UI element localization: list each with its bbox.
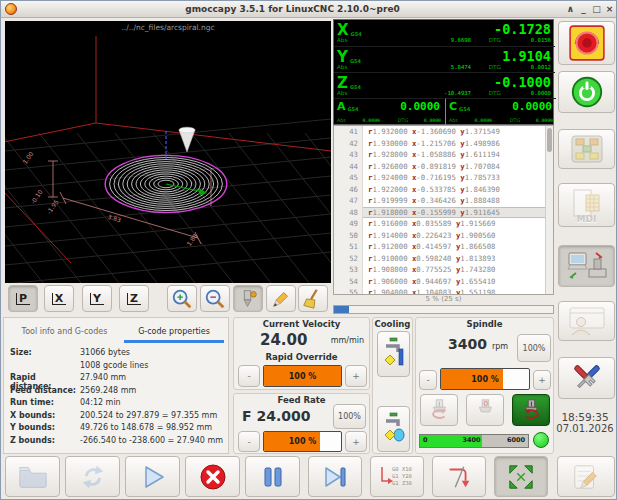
settings-button[interactable] (558, 357, 615, 399)
gcode-scrollbar[interactable] (545, 126, 553, 294)
feed-override-slider[interactable]: 100 % (263, 431, 342, 452)
zoom-out-button[interactable] (200, 285, 230, 312)
feed-plus-button[interactable]: + (345, 431, 367, 452)
fullscreen-preview-button[interactable] (494, 456, 548, 497)
clear-plot-button[interactable] (298, 285, 328, 312)
mist-coolant-button[interactable] (377, 331, 410, 377)
tab-tool-info[interactable]: Tool info and G-codes (12, 322, 117, 340)
gcode-line-52[interactable]: 52r1.910000 x0.598240 y1.813893 (334, 253, 553, 265)
dro-abs-value: 0.0000 (475, 118, 492, 123)
rfl-line2: G1 Y20 (392, 473, 412, 479)
optional-blocks-button[interactable] (432, 456, 486, 497)
velocity-title: Current Velocity (234, 319, 369, 329)
toolpath-toggle-button[interactable] (233, 285, 263, 312)
dro-abs-label: Abs (337, 64, 347, 70)
gcode-line-44[interactable]: 44r1.926000 x-0.891819 y1.707084 (334, 161, 553, 173)
dro-dtg-label: DTG (489, 37, 501, 43)
scrollbar-thumb[interactable] (547, 128, 552, 152)
gcode-view[interactable]: 41r1.932000 x-1.360690 y1.37154942r1.930… (333, 125, 554, 295)
view-y-button[interactable]: Y (82, 285, 112, 312)
spindle-rpm-value: 3400 (448, 336, 487, 352)
spindle-rpm-unit: rpm (492, 342, 508, 351)
machine-on-button[interactable] (558, 71, 615, 113)
spindle-title: Spindle (416, 319, 553, 329)
rapid-override-slider[interactable]: 100 % (263, 365, 342, 387)
spindle-stop-button[interactable]: 0 (466, 394, 504, 426)
power-icon (569, 74, 605, 110)
run-button[interactable] (125, 456, 180, 497)
edit-button[interactable] (266, 285, 296, 312)
property-value: 31066 bytes (80, 348, 130, 361)
gcode-line-47[interactable]: 47r1.919999 x-0.346426 y1.888488 (334, 195, 553, 207)
velocity-frame: Current Velocity 24.00 mm/min Rapid Over… (233, 317, 370, 390)
dro-axis-c[interactable]: CG540.0000Abs0.0000DTG0.0000 (445, 98, 556, 127)
clock-date: 07.01.2026 (554, 423, 616, 434)
gcode-line-54[interactable]: 54r1.906000 x0.944697 y1.655410 (334, 276, 553, 288)
spindle-plus-button[interactable]: + (533, 370, 551, 390)
spindle-at-speed-led (533, 432, 549, 448)
feed-minus-button[interactable]: - (238, 431, 260, 452)
spindle-reset-button[interactable]: 100% (517, 334, 551, 362)
dro-sub-row: Abs-10.4937DTG0.0000 (334, 90, 555, 98)
gcode-line-49[interactable]: 49r1.916000 x0.035589 y1.915669 (334, 218, 553, 230)
rapid-plus-button[interactable]: + (345, 365, 367, 387)
gcode-line-48[interactable]: 48r1.918000 x-0.155999 y1.911645 (334, 207, 553, 219)
gcode-line-43[interactable]: 43r1.928000 x-1.058886 y1.611194 (334, 149, 553, 161)
zoom-in-button[interactable] (167, 285, 197, 312)
spindle-stop-icon: 0 (471, 398, 499, 422)
dro-axis-x[interactable]: XG54-0.1728Abs9.6698DTG0.0156 (334, 20, 555, 46)
stop-button[interactable] (185, 456, 240, 497)
minimize-button[interactable]: _ (577, 4, 590, 14)
dro-value: -0.1000 (494, 74, 551, 90)
gcode-line-51[interactable]: 51r1.912000 x0.414597 y1.866508 (334, 241, 553, 253)
shade-button[interactable]: ∧ (564, 4, 577, 14)
dro-axis-y[interactable]: YG541.9104Abs5.8474DTG0.0012 (334, 46, 555, 73)
close-button[interactable]: × (603, 4, 616, 14)
maximize-button[interactable]: □ (590, 4, 603, 14)
flood-coolant-button[interactable] (377, 406, 410, 452)
gcode-line-55[interactable]: 55r1.904000 x1.104083 y1.551198 (334, 287, 553, 295)
auto-mode-button[interactable] (558, 245, 615, 287)
dro-axis-z[interactable]: ZG54-0.1000Abs-10.4937DTG0.0000 (334, 72, 555, 99)
gcode-line-42[interactable]: 42r1.930000 x-1.215706 y1.498986 (334, 138, 553, 150)
tab-gcode-properties[interactable]: G-code properties (124, 322, 224, 343)
view-z-label: Z (127, 293, 141, 305)
spindle-override-slider[interactable]: 100 % (440, 368, 530, 390)
run-from-line-button[interactable]: G0 X10 G1 Y20 G1 Z30 (370, 456, 424, 497)
estop-button[interactable] (558, 21, 615, 65)
mdi-mode-button[interactable]: MDI (558, 183, 615, 227)
dro-axis-a[interactable]: AG540.0000Abs0.0000DTG0.0000 (334, 98, 444, 127)
feed-slider-label: 100 % (264, 432, 341, 451)
gcode-line-50[interactable]: 50r1.914000 x0.226423 y1.900560 (334, 230, 553, 242)
dro-dtg-label: DTG (489, 90, 501, 96)
gcode-line-45[interactable]: 45r1.924000 x-0.716195 y1.785733 (334, 172, 553, 184)
dro-dtg-value: 0.0156 (531, 37, 551, 43)
gremlin-preview[interactable]: ../../nc_files/arcspiral.ngc 1.00 -0.10 … (5, 21, 331, 283)
spindle-cw-button[interactable] (512, 394, 550, 426)
step-button[interactable] (308, 456, 362, 497)
progress-label: 5 % (25 s) (333, 295, 554, 303)
rapid-minus-button[interactable]: - (238, 365, 260, 387)
view-p-button[interactable]: P (8, 285, 38, 312)
gcode-line-number: 48 (334, 207, 363, 219)
pause-button[interactable] (245, 456, 300, 497)
edit-gcode-button[interactable] (557, 456, 615, 497)
view-x-button[interactable]: X (44, 285, 74, 312)
dro-dtg-value: 0.0000 (424, 118, 441, 123)
spindle-minus-button[interactable]: - (419, 370, 437, 390)
open-file-button[interactable] (5, 456, 60, 497)
feed-reset-button[interactable]: 100% (333, 404, 366, 429)
app-icon (5, 3, 17, 15)
property-row: 1008 gcode lines (10, 361, 224, 374)
manual-mode-button[interactable] (558, 129, 615, 169)
gcode-line-53[interactable]: 53r1.908000 x0.775525 y1.743280 (334, 264, 553, 276)
reload-file-button[interactable] (65, 456, 120, 497)
view-z-button[interactable]: Z (119, 285, 149, 312)
gcode-line-41[interactable]: 41r1.932000 x-1.360690 y1.371549 (334, 126, 553, 138)
spindle-ccw-button[interactable] (420, 394, 458, 426)
estop-icon (568, 24, 606, 62)
user-tabs-button[interactable] (558, 301, 615, 341)
gcode-line-46[interactable]: 46r1.922000 x-0.533785 y1.846390 (334, 184, 553, 196)
window-title: gmoccapy 3.5.1 for LinuxCNC 2.10.0~pre0 (21, 4, 564, 14)
refresh-icon (79, 463, 107, 491)
